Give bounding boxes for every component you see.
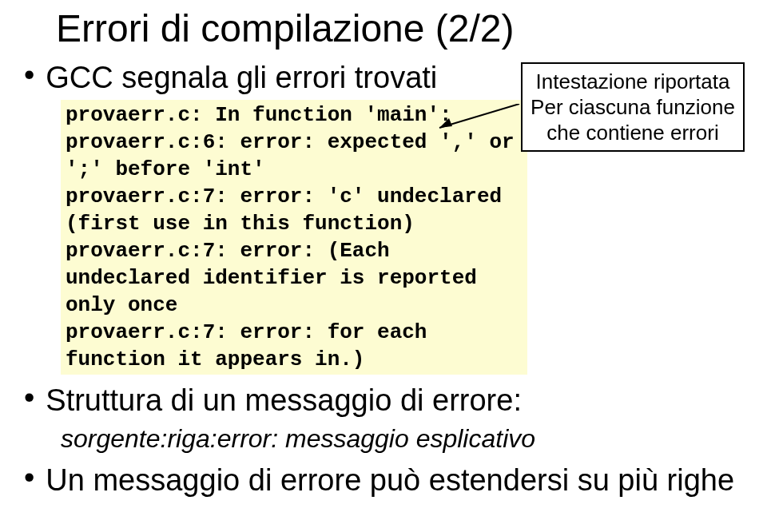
code-line-2: provaerr.c:6: error: expected ',' or ';'… — [66, 130, 527, 181]
code-line-4: provaerr.c:7: error: (Each undeclared id… — [66, 239, 490, 317]
code-line-1: provaerr.c: In function 'main': — [66, 103, 452, 127]
slide-title: Errori di compilazione (2/2) — [56, 6, 743, 50]
callout-arrow — [431, 104, 527, 136]
callout-line-2: Per ciascuna funzione — [531, 94, 735, 120]
callout-line-1: Intestazione riportata — [531, 69, 735, 94]
callout-header: Intestazione riportata Per ciascuna funz… — [521, 62, 745, 152]
code-line-3: provaerr.c:7: error: 'c' undeclared (fir… — [66, 185, 515, 236]
code-line-5: provaerr.c:7: error: for each function i… — [66, 320, 439, 371]
bullet-3-text: Un messaggio di errore può estendersi su… — [46, 463, 734, 498]
bullet-2-sub: sorgente:riga:error: messaggio esplicati… — [61, 423, 743, 455]
bullet-dot: • — [24, 383, 34, 413]
svg-marker-1 — [439, 118, 452, 128]
bullet-3: • Un messaggio di errore può estendersi … — [24, 463, 743, 498]
bullet-1-text: GCC segnala gli errori trovati — [46, 60, 437, 95]
callout-line-3: che contiene errori — [531, 120, 735, 145]
bullet-2-sub-text: sorgente:riga:error: messaggio esplicati… — [61, 424, 535, 453]
bullet-dot: • — [24, 60, 34, 90]
bullet-2-text: Struttura di un messaggio di errore: — [46, 383, 522, 418]
code-block: provaerr.c: In function 'main': provaerr… — [61, 100, 527, 375]
bullet-dot: • — [24, 463, 34, 493]
bullet-2: • Struttura di un messaggio di errore: — [24, 383, 743, 418]
slide-container: Errori di compilazione (2/2) • GCC segna… — [0, 0, 767, 532]
